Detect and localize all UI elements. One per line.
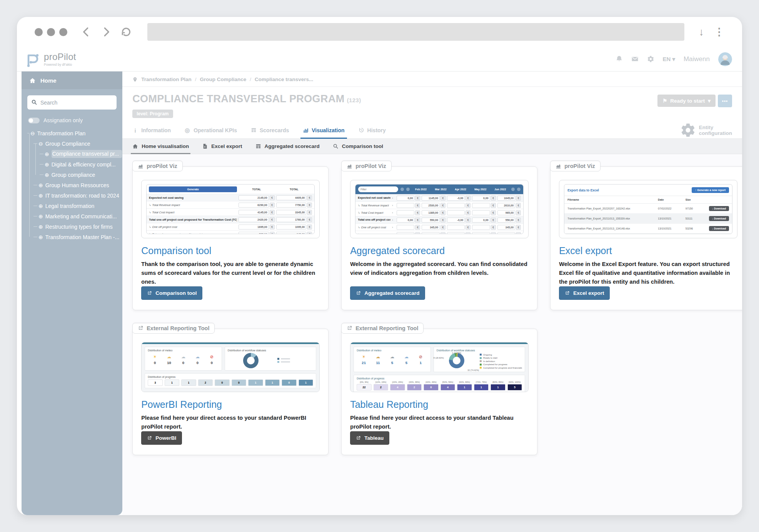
search-input[interactable] (27, 95, 117, 110)
download-icon[interactable]: ↓ (699, 26, 704, 38)
refresh-icon[interactable] (120, 26, 132, 38)
sidebar-home-label: Home (40, 77, 57, 84)
subtab-excel-export[interactable]: Excel export (202, 139, 242, 154)
collapse-icon[interactable]: ⊖ (38, 141, 43, 146)
brand-logo[interactable]: proPilot Powered by dFakto (25, 51, 76, 68)
back-icon[interactable] (80, 26, 92, 38)
settings-gear-icon[interactable] (647, 55, 654, 63)
home-icon (29, 77, 36, 84)
brand-name: proPilot (44, 52, 76, 62)
card-title[interactable]: PowerBI Reporting (141, 399, 320, 410)
tree-item[interactable]: ⊕Group Human Ressources (22, 180, 122, 190)
expand-icon[interactable]: ⊕ (38, 203, 43, 209)
excel-export-button[interactable]: Excel export (559, 286, 610, 300)
notifications-bell-icon[interactable] (616, 55, 623, 63)
forward-icon[interactable] (100, 26, 112, 38)
aggregated-scorecard-button[interactable]: Aggregated scorecard (350, 286, 425, 300)
assignation-only-toggle[interactable] (28, 118, 40, 123)
tree-item[interactable]: ⊕Marketing and Communicati... (22, 211, 122, 221)
card-tableau-reporting: External Reporting Tool Distribution of … (341, 329, 537, 455)
card-excel-export: proPilot Viz Export data to Excel ↑ Gene… (550, 166, 742, 310)
tab-history[interactable]: History (359, 122, 386, 138)
entity-id: (123) (347, 97, 361, 103)
expand-icon[interactable]: ⊕ (45, 172, 49, 178)
sidebar-item-home[interactable]: Home (22, 71, 122, 89)
powerbi-button[interactable]: PowerBI (141, 431, 182, 445)
breadcrumb-item[interactable]: Transformation Plan (141, 76, 192, 82)
collapse-icon[interactable]: ⊖ (30, 131, 35, 136)
user-name[interactable]: Maiwenn (684, 55, 710, 63)
tab-visualization[interactable]: Visualization (303, 122, 344, 138)
window-control-dot[interactable] (47, 28, 55, 36)
flag-icon: ⚑ (662, 98, 667, 104)
tree-item[interactable]: ⊕Digital & efficiency compl... (22, 159, 122, 170)
generate-report-button: ↑ Generate a new report (692, 187, 729, 193)
card-tag: proPilot Viz (341, 161, 392, 171)
expand-icon[interactable]: ⊕ (38, 193, 43, 198)
tree-item[interactable]: ⊕Restructuring types for firms (22, 221, 122, 232)
subtab-aggregated-scorecard[interactable]: Aggregated scorecard (255, 139, 320, 154)
chart-icon (555, 163, 561, 169)
row-expander-icon: › (392, 196, 395, 200)
filter-input (358, 186, 398, 192)
tableau-thumbnail: Distribution of meteo ☀21 ☁11 ☁5 ☁5 ⊘1 (350, 342, 529, 392)
tableau-button[interactable]: Tableau (350, 431, 389, 445)
tab-scorecards[interactable]: Scorecards (251, 122, 289, 138)
card-description: Welcome in the aggrregated scorecard. Yo… (350, 260, 529, 278)
expand-icon[interactable]: ⊕ (38, 234, 43, 240)
legend-swatch (480, 354, 482, 356)
card-title[interactable]: Comparison tool (141, 245, 320, 256)
user-avatar[interactable] (718, 52, 732, 66)
expand-icon[interactable]: ⊕ (38, 224, 43, 229)
comparison-tool-button[interactable]: Comparison tool (141, 286, 202, 300)
workflow-donut-chart (449, 353, 464, 368)
url-bar[interactable] (147, 23, 684, 41)
tree-item[interactable]: ⊕Legal transformation (22, 201, 122, 211)
messages-envelope-icon[interactable] (631, 55, 639, 63)
expand-icon[interactable]: ⊕ (38, 183, 43, 188)
generate-button: Generate (149, 186, 237, 192)
subtab-bar: Home visualisation Excel export Aggregat… (122, 139, 742, 154)
legend-swatch (480, 364, 482, 366)
subtab-home-visualisation[interactable]: Home visualisation (132, 139, 189, 154)
card-title[interactable]: Excel export (559, 245, 737, 256)
expand-icon[interactable]: ⊕ (45, 162, 49, 167)
language-selector[interactable]: EN ▾ (663, 56, 675, 63)
tab-operational-kpis[interactable]: ◎ Operational KPIs (185, 122, 237, 138)
card-title[interactable]: Aggregated scorecard (350, 245, 529, 256)
breadcrumb-item[interactable]: Group Compliance (200, 76, 246, 82)
chevron-down-icon: ▾ (708, 98, 711, 104)
breadcrumb-item[interactable]: Compliance transvers... (255, 76, 313, 82)
rain-icon: ☁ (404, 354, 409, 359)
browser-menu-icon[interactable]: ⋮ (714, 26, 724, 38)
entity-configuration-button[interactable]: Entity configuration (680, 122, 732, 138)
expand-icon[interactable]: ⊕ (38, 214, 43, 219)
window-control-dot[interactable] (35, 28, 43, 36)
tree-item[interactable]: ⊕IT transformation: road to 2024 (22, 190, 122, 201)
tab-information[interactable]: i Information (132, 122, 171, 138)
powerbi-thumbnail: Distribution of meteo ☀0 ☁10 ☁0 ☁0 ⊘0 (141, 342, 320, 392)
breadcrumb-separator: / (195, 76, 197, 82)
tree-item[interactable]: ⊖Group Compliance (22, 138, 122, 149)
tree-item[interactable]: ⊖Transformation Plan (22, 128, 122, 138)
tree-item-selected[interactable]: ⊕Compliance transversal pr... (22, 149, 122, 159)
subtab-comparison-tool[interactable]: Comparison tool (333, 139, 383, 154)
expand-icon[interactable]: ⊕ (45, 151, 49, 157)
window-control-dot[interactable] (59, 28, 67, 36)
search-icon (31, 99, 37, 105)
card-tag: External Reporting Tool (132, 323, 215, 334)
more-actions-button[interactable]: ••• (718, 95, 732, 107)
legend-swatch (480, 360, 482, 362)
legend-swatch (277, 361, 279, 363)
home-icon (132, 143, 138, 149)
card-description: Welcome in the Excel Export feature. You… (559, 260, 737, 286)
entity-tree: ⊖Transformation Plan ⊖Group Compliance ⊕… (22, 128, 122, 242)
chevron-down-icon: ▾ (672, 56, 675, 63)
tree-item[interactable]: ⊕Transformation Master Plan -... (22, 232, 122, 242)
history-icon (359, 127, 364, 133)
tab-bar: i Information ◎ Operational KPIs Scoreca… (122, 122, 742, 139)
status-button[interactable]: ⚑ Ready to start ▾ (657, 95, 716, 107)
tree-item[interactable]: ⊕Group compliance (22, 170, 122, 180)
chart-icon (347, 163, 352, 169)
card-title[interactable]: Tableau Reporting (350, 399, 529, 410)
